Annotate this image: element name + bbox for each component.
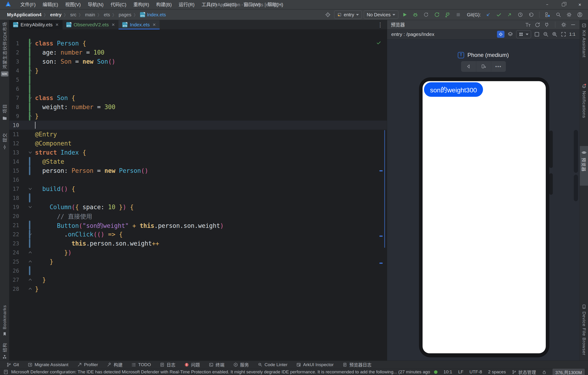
minimize-panel-icon[interactable] [570,22,576,28]
line-number[interactable]: 17 [9,186,19,192]
line-number[interactable]: 5 [9,77,19,83]
tool-window-button-Profiler[interactable]: Profiler [77,362,98,367]
line-number[interactable]: 19 [9,204,19,210]
close-tab-icon[interactable]: ✕ [55,22,59,27]
sidebar-item-structure[interactable]: 结构 [0,343,9,359]
line-number[interactable]: 15 [9,168,19,174]
tool-window-button-终端[interactable]: 终端 [209,362,224,368]
tool-window-button-日志[interactable]: 日志 [160,362,176,368]
breadcrumb-segment-1[interactable]: entry [50,12,62,18]
tool-window-button-Migrate Assistant[interactable]: Migrate Assistant [28,362,68,367]
device-select[interactable]: No Devices [364,10,398,19]
fold-close-icon[interactable] [19,114,34,118]
memory-indicator[interactable]: 376,共1300M [553,369,585,375]
layers-icon[interactable] [507,31,513,37]
layout-mode-select[interactable] [516,30,531,38]
git-menu-label[interactable]: Git(G): [467,12,481,18]
line-number[interactable]: 7 [9,95,19,101]
zoom-out-icon[interactable] [543,31,549,37]
tool-window-button-TODO[interactable]: TODO [131,362,151,367]
tool-window-button-ArkUI Inspector[interactable]: ArkUI Inspector [296,362,334,367]
fold-close-icon[interactable] [19,260,34,264]
fold-open-icon[interactable] [19,151,34,154]
fold-open-icon[interactable] [19,187,34,191]
menu-item-0[interactable]: 文件(F) [17,0,39,9]
sidebar-item-project[interactable]: 项目 [0,104,9,121]
git-push-button[interactable] [505,10,514,19]
fold-open-icon[interactable] [19,205,34,209]
inspect-mode-button[interactable] [497,31,504,38]
history-button[interactable] [516,10,525,19]
minimize-button[interactable]: − [539,0,555,9]
line-number[interactable]: 25 [9,259,19,265]
fold-open-icon[interactable] [19,41,34,45]
close-tab-icon[interactable]: ✕ [112,22,115,27]
code-editor[interactable]: 1class Person {2 age: number = 1003 son:… [9,29,387,361]
restore-button[interactable] [555,0,572,9]
line-number[interactable]: 11 [9,131,19,137]
canvas-scrollbar-segment[interactable] [574,130,578,173]
breadcrumb-segment-4[interactable]: ets [104,12,110,18]
canvas-scrollbar-segment[interactable] [574,175,578,201]
inspection-ok-icon[interactable] [376,40,381,45]
line-number[interactable]: 26 [9,268,19,274]
run-with-coverage-icon[interactable] [422,10,430,19]
menu-item-2[interactable]: 视图(V) [62,0,84,9]
line-number[interactable]: 1 [9,40,19,46]
tool-window-button-Code Linter[interactable]: Code Linter [258,362,287,367]
breadcrumb-segment-5[interactable]: pages [118,12,131,18]
lock-icon[interactable] [542,370,546,374]
tool-window-button-构建[interactable]: 构建 [107,362,123,368]
line-number[interactable]: 6 [9,86,19,92]
sidebar-item-device-file-browser[interactable]: Device File Browser [580,304,588,355]
line-number[interactable]: 4 [9,68,19,74]
line-number[interactable]: 10 [9,122,19,128]
run-config-select[interactable]: entry [334,10,362,19]
sidebar-item-sdk-market[interactable]: 鸿蒙生态伙伴SDK市场 SDK [0,22,9,77]
line-number[interactable]: 23 [9,240,19,246]
indent-widget[interactable]: 2 spaces [488,369,506,375]
line-ending-widget[interactable]: LF [458,369,463,375]
breadcrumb-segment-6[interactable]: ETSIndex.ets [140,12,166,18]
line-number[interactable]: 18 [9,195,19,201]
menu-item-6[interactable]: 构建(B) [153,0,175,9]
editor-tab-ObservedV2.ets[interactable]: ETSObservedV2.ets✕ [63,20,119,29]
menu-item-7[interactable]: 运行(R) [175,0,198,9]
line-number[interactable]: 2 [9,50,19,55]
sidebar-item-bookmarks[interactable]: Bookmarks [0,305,9,336]
menu-item-5[interactable]: 重构(R) [130,0,153,9]
stop-button[interactable] [454,10,463,19]
line-number[interactable]: 20 [9,213,19,219]
debug-button[interactable] [411,10,420,19]
zoom-in-icon[interactable] [552,31,558,37]
device-target-icon[interactable] [323,10,332,19]
editor-tab-EntryAbility.ets[interactable]: ETSEntryAbility.ets✕ [9,20,63,29]
fold-close-icon[interactable] [19,278,34,282]
project-structure-icon[interactable] [543,10,552,19]
tool-window-button-问题[interactable]: 问题 [184,362,200,368]
git-branch-widget[interactable]: 状态管理 [512,369,536,375]
restart-app-button[interactable] [432,10,441,19]
breadcrumb-segment-0[interactable]: MyApplication4 [7,12,42,18]
line-number[interactable]: 9 [9,113,19,119]
encoding-widget[interactable]: UTF-8 [470,369,482,375]
frame-icon[interactable] [534,31,540,37]
close-tab-icon[interactable]: ✕ [153,22,156,27]
sidebar-item-notifications[interactable]: Notifications [580,83,588,118]
font-size-icon[interactable] [525,22,531,28]
line-number[interactable]: 14 [9,159,19,165]
fit-to-screen-icon[interactable] [560,31,567,37]
plug-icon[interactable] [544,22,549,28]
fold-open-icon[interactable] [19,232,34,236]
sidebar-item-previewer[interactable]: 预览器 [580,150,588,172]
refresh-icon[interactable] [535,22,540,28]
line-number[interactable]: 24 [9,250,19,256]
gear-icon[interactable] [561,22,567,28]
menu-item-4[interactable]: 代码(C) [107,0,130,9]
menu-item-1[interactable]: 编辑(E) [39,0,62,9]
tool-window-button-Git[interactable]: Git [7,362,19,367]
git-commit-button[interactable] [494,10,503,19]
tool-window-button-服务[interactable]: 服务 [233,362,249,368]
fold-close-icon[interactable] [19,287,34,291]
fold-close-icon[interactable] [19,69,34,72]
